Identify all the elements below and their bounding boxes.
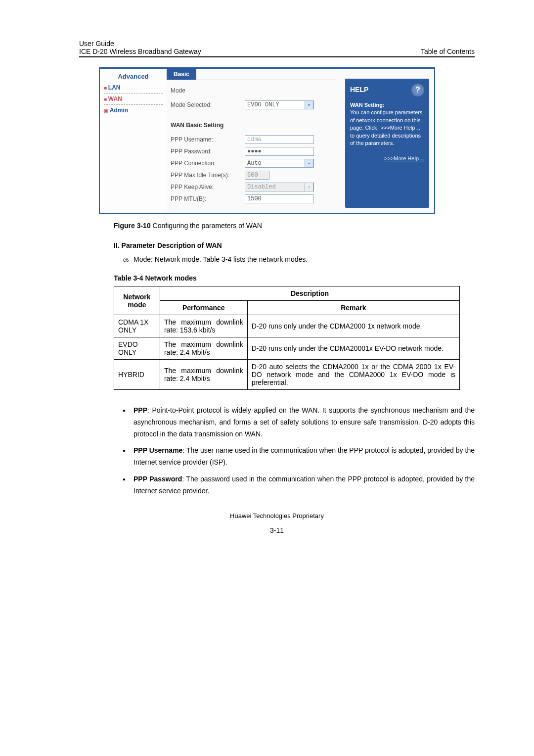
help-title: HELP — [350, 85, 368, 95]
cell-perf: The maximum downlink rate: 2.4 Mbit/s — [160, 337, 247, 360]
ppp-username-input[interactable] — [245, 135, 314, 144]
th-remark: Remark — [247, 301, 459, 315]
ppp-keepalive-dropdown[interactable]: Disabled ▾ — [245, 183, 314, 191]
bullet-user-bold: PPP Username — [134, 446, 182, 454]
th-description: Description — [160, 286, 459, 301]
ppp-password-label: PPP Password: — [171, 148, 245, 155]
chevron-down-icon: ▾ — [305, 183, 313, 191]
config-panel: Basic Mode Mode Selected: EVDO ONLY ▾ W — [167, 69, 342, 213]
sidebar-title: Advanced — [104, 72, 163, 82]
bullet-ppp-bold: PPP — [134, 406, 147, 414]
figure-caption: Figure 3-10 Configuring the parameters o… — [114, 222, 475, 230]
figure-caption-text: Configuring the parameters of WAN — [151, 222, 262, 230]
ppp-connection-value: Auto — [247, 160, 262, 167]
cell-remark: D-20 runs only under the CDMA2000 1x net… — [247, 315, 459, 337]
bullet-user-text: : The user name used in the communicatio… — [134, 446, 475, 466]
doc-header-left: ICE D-20 Wireless Broadband Gateway — [79, 47, 201, 55]
bullet-ppp-username: PPP Username: The user name used in the … — [134, 445, 475, 469]
cell-remark: D-20 auto selects the CDMA2000 1x or the… — [247, 360, 459, 390]
wan-section-title: WAN Basic Setting — [171, 119, 334, 134]
ppp-mtu-label: PPP MTU(B): — [171, 195, 245, 202]
doc-header-line1: User Guide — [79, 40, 475, 47]
mode-selected-dropdown[interactable]: EVDO ONLY ▾ — [245, 100, 314, 109]
page-number: 3-11 — [79, 526, 475, 534]
network-modes-table: Network mode Description Performance Rem… — [114, 286, 460, 390]
bullet-pass-text: : The password used in the communication… — [134, 475, 475, 495]
table-row: EVDO ONLY The maximum downlink rate: 2.4… — [114, 337, 460, 360]
cell-perf: The maximum downlink rate: 153.6 kbit/s — [160, 315, 247, 337]
config-ui-screenshot: Advanced LAN WAN Admin Basic Mode Mode S… — [99, 67, 435, 214]
help-text: You can configure parameters of network … — [350, 109, 424, 147]
th-network-mode: Network mode — [114, 286, 160, 315]
mode-section: Mode Mode Selected: EVDO ONLY ▾ — [167, 80, 337, 114]
chevron-down-icon: ▾ — [305, 159, 313, 168]
ppp-connection-dropdown[interactable]: Auto ▾ — [245, 159, 314, 168]
cell-mode: HYBRID — [114, 360, 160, 390]
bullet-ppp-text: : Point-to-Point protocol is widely appl… — [134, 406, 475, 438]
help-subtitle: WAN Setting: — [350, 102, 385, 108]
bullet-ppp: PPP: Point-to-Point protocol is widely a… — [134, 405, 475, 440]
sidebar-item-wan[interactable]: WAN — [104, 94, 163, 105]
bullet-pass-bold: PPP Password — [134, 475, 182, 483]
ppp-keepalive-value: Disabled — [247, 184, 276, 190]
table-row: CDMA 1X ONLY The maximum downlink rate: … — [114, 315, 460, 337]
more-help-link[interactable]: >>>More Help… — [350, 155, 424, 162]
footer-proprietary: Huawei Technologies Proprietary — [79, 512, 475, 520]
table-row: HYBRID The maximum downlink rate: 2.4 Mb… — [114, 360, 460, 390]
cell-mode: EVDO ONLY — [114, 337, 160, 360]
chevron-down-icon: ▾ — [305, 100, 313, 109]
table-caption-bold: Table 3-4 — [114, 274, 143, 282]
cell-remark: D-20 runs only under the CDMA20001x EV-D… — [247, 337, 459, 360]
ppp-connection-label: PPP Connection: — [171, 160, 245, 167]
question-mark-icon: ? — [411, 84, 424, 96]
ppp-mtu-input[interactable] — [245, 194, 314, 203]
doc-header-right: Table of Contents — [421, 47, 475, 55]
sidebar-item-lan[interactable]: LAN — [104, 82, 163, 94]
mode-section-title: Mode — [171, 85, 334, 99]
doc-header: User Guide ICE D-20 Wireless Broadband G… — [79, 40, 475, 57]
table-caption: Table 3-4 Network modes — [114, 274, 475, 282]
th-performance: Performance — [160, 301, 247, 315]
ppp-keepalive-label: PPP Keep Alive: — [171, 184, 245, 190]
cell-perf: The maximum downlink rate: 2.4 Mbit/s — [160, 360, 247, 390]
ppp-idle-input[interactable] — [245, 171, 269, 180]
ppp-password-input[interactable] — [245, 147, 314, 156]
mode-selected-value: EVDO ONLY — [247, 101, 279, 108]
sidebar: Advanced LAN WAN Admin — [100, 69, 167, 213]
help-panel: HELP ? WAN Setting: You can configure pa… — [345, 79, 429, 208]
figure-caption-bold: Figure 3-10 — [114, 222, 151, 230]
section-ii-heading: II. Parameter Description of WAN — [114, 241, 475, 249]
cell-mode: CDMA 1X ONLY — [114, 315, 160, 337]
table-caption-text: Network modes — [143, 274, 197, 282]
bullet-ppp-password: PPP Password: The password used in the c… — [134, 473, 475, 497]
sidebar-item-admin[interactable]: Admin — [104, 105, 163, 116]
mode-selected-label: Mode Selected: — [171, 101, 245, 108]
ppp-idle-label: PPP Max Idle Time(s): — [171, 172, 245, 179]
tab-basic[interactable]: Basic — [167, 69, 196, 80]
bullet-mode: Mode: Network mode. Table 3-4 lists the … — [134, 255, 475, 267]
ppp-username-label: PPP Username: — [171, 136, 245, 143]
